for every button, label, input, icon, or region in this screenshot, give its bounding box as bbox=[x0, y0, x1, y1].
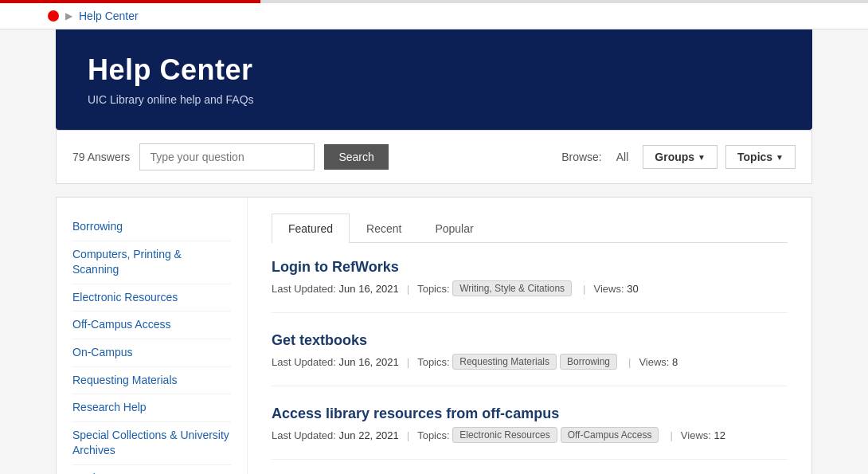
article-meta-get-textbooks: Last Updated: Jun 16, 2021 | Topics: Req… bbox=[272, 354, 788, 370]
last-updated-value: Jun 16, 2021 bbox=[339, 283, 399, 295]
search-button[interactable]: Search bbox=[324, 144, 388, 170]
tab-popular[interactable]: Popular bbox=[418, 213, 490, 243]
article-title-login-to-refworks[interactable]: Login to RefWorks bbox=[272, 259, 399, 275]
search-left: 79 Answers Search bbox=[72, 143, 389, 170]
views-label: Views: bbox=[681, 429, 711, 441]
last-updated-label: Last Updated: bbox=[272, 283, 336, 295]
tag-writing-style-citations[interactable]: Writing, Style & Citations bbox=[452, 280, 572, 296]
sidebar-item-research-help[interactable]: Research Help bbox=[72, 394, 231, 422]
topics-label: Topics: bbox=[417, 356, 449, 368]
browse-label: Browse: bbox=[561, 151, 602, 163]
search-bar-area: 79 Answers Search Browse: All Groups ▼ T… bbox=[56, 130, 812, 184]
tab-recent[interactable]: Recent bbox=[350, 213, 418, 243]
article-login-to-refworks: Login to RefWorks Last Updated: Jun 16, … bbox=[272, 259, 788, 313]
article-meta-access-library-resources: Last Updated: Jun 22, 2021 | Topics: Ele… bbox=[272, 427, 788, 443]
main-content: Featured Recent Popular Login to RefWork… bbox=[248, 198, 811, 474]
home-dot-icon[interactable] bbox=[48, 10, 59, 22]
tabs-bar: Featured Recent Popular bbox=[272, 213, 788, 243]
sidebar-item-special-collections[interactable]: Special Collections & University Archive… bbox=[72, 422, 231, 465]
top-nav: ▶ Help Center bbox=[0, 3, 868, 29]
tag-borrowing[interactable]: Borrowing bbox=[560, 354, 617, 370]
content-area: Borrowing Computers, Printing & Scanning… bbox=[56, 197, 812, 474]
views-count: 8 bbox=[672, 356, 678, 368]
sidebar-item-on-campus[interactable]: On-Campus bbox=[72, 339, 231, 367]
topics-dropdown[interactable]: Topics ▼ bbox=[725, 145, 796, 169]
article-meta-login-to-refworks: Last Updated: Jun 16, 2021 | Topics: Wri… bbox=[272, 280, 788, 296]
article-title-access-library-resources[interactable]: Access library resources from off-campus bbox=[272, 405, 559, 421]
last-updated-label: Last Updated: bbox=[272, 356, 336, 368]
sidebar-item-requesting-materials[interactable]: Requesting Materials bbox=[72, 367, 231, 395]
breadcrumb-separator: ▶ bbox=[65, 10, 72, 22]
sidebar-item-study-spaces[interactable]: Study Spaces bbox=[72, 465, 231, 474]
search-input[interactable] bbox=[139, 143, 315, 170]
tag-electronic-resources[interactable]: Electronic Resources bbox=[452, 427, 557, 443]
views-label: Views: bbox=[593, 283, 624, 295]
hero-subtitle: UIC Library online help and FAQs bbox=[88, 93, 780, 106]
browse-all-link[interactable]: All bbox=[610, 147, 635, 166]
views-count: 12 bbox=[714, 429, 725, 441]
views-count: 30 bbox=[627, 283, 638, 295]
browse-area: Browse: All Groups ▼ Topics ▼ bbox=[561, 145, 796, 169]
topics-label: Topics: bbox=[417, 429, 449, 441]
tag-off-campus-access[interactable]: Off-Campus Access bbox=[561, 427, 659, 443]
tag-requesting-materials[interactable]: Requesting Materials bbox=[452, 354, 557, 370]
last-updated-value: Jun 22, 2021 bbox=[339, 429, 399, 441]
sidebar: Borrowing Computers, Printing & Scanning… bbox=[57, 198, 248, 474]
answers-count: 79 Answers bbox=[72, 151, 130, 163]
tab-featured[interactable]: Featured bbox=[272, 213, 350, 243]
topics-label: Topics bbox=[737, 151, 772, 163]
sidebar-item-electronic-resources[interactable]: Electronic Resources bbox=[72, 284, 231, 312]
views-label: Views: bbox=[639, 356, 669, 368]
breadcrumb-help-center[interactable]: Help Center bbox=[79, 10, 139, 22]
topics-label: Topics: bbox=[417, 283, 449, 295]
topics-arrow-icon: ▼ bbox=[776, 153, 784, 162]
hero-banner: Help Center UIC Library online help and … bbox=[56, 29, 812, 130]
sidebar-item-off-campus-access[interactable]: Off-Campus Access bbox=[72, 311, 231, 339]
groups-arrow-icon: ▼ bbox=[698, 153, 706, 162]
last-updated-label: Last Updated: bbox=[272, 429, 336, 441]
sidebar-item-computers-printing-scanning[interactable]: Computers, Printing & Scanning bbox=[72, 241, 231, 284]
groups-label: Groups bbox=[655, 151, 694, 163]
sidebar-item-borrowing[interactable]: Borrowing bbox=[72, 213, 231, 241]
article-title-get-textbooks[interactable]: Get textbooks bbox=[272, 332, 367, 348]
groups-dropdown[interactable]: Groups ▼ bbox=[643, 145, 717, 169]
article-access-library-resources: Access library resources from off-campus… bbox=[272, 405, 788, 460]
last-updated-value: Jun 16, 2021 bbox=[339, 356, 399, 368]
article-get-textbooks: Get textbooks Last Updated: Jun 16, 2021… bbox=[272, 332, 788, 386]
hero-title: Help Center bbox=[88, 53, 780, 87]
